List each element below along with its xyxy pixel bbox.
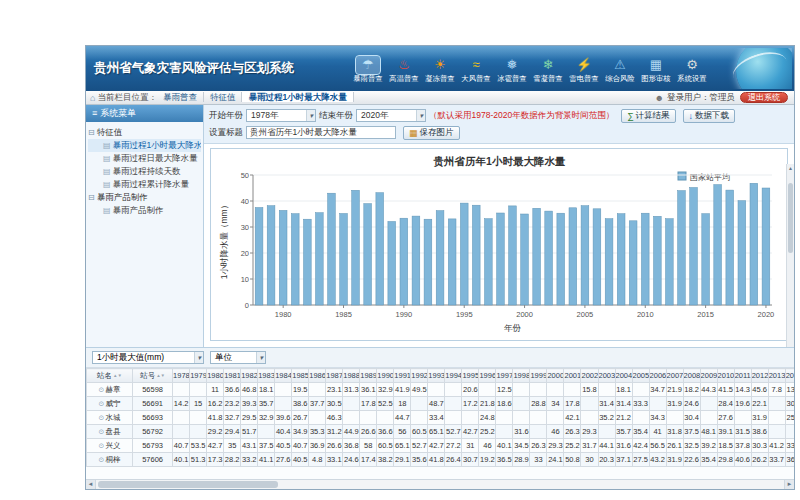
sidebar-item[interactable]: ▤暴雨过程日最大降水量 <box>88 152 201 165</box>
col-header-year[interactable]: 2008▲▼ <box>683 369 700 383</box>
tree-group[interactable]: ⊟暴雨产品制作 <box>88 191 201 204</box>
col-header-year[interactable]: 1997▲▼ <box>496 369 513 383</box>
breadcrumb-tab[interactable]: 特征值 <box>204 92 243 102</box>
col-header-year[interactable]: 1999▲▼ <box>530 369 547 383</box>
nav-freeze[interactable]: ☀凝冻普查 <box>422 54 458 84</box>
nav-risk[interactable]: ⚠综合风险 <box>602 54 638 84</box>
col-header-year[interactable]: 1992▲▼ <box>411 369 428 383</box>
sidebar-item[interactable]: ▤暴雨过程持续天数 <box>88 165 201 178</box>
col-header-year[interactable]: 1987▲▼ <box>326 369 343 383</box>
scroll-right-icon[interactable]: ► <box>784 480 794 489</box>
scroll-up-icon[interactable]: ▲ <box>787 164 794 173</box>
tree-group[interactable]: ⊟特征值 <box>88 126 201 139</box>
col-header-year[interactable]: 2014▲▼ <box>785 369 794 383</box>
col-header-year[interactable]: 1998▲▼ <box>513 369 530 383</box>
end-year-select[interactable]: 2020年 ▾ <box>356 109 426 122</box>
nav-hail[interactable]: ❅冰雹普查 <box>494 54 530 84</box>
nav-wind[interactable]: ≈大风普查 <box>458 54 494 84</box>
col-header-year[interactable]: 2004▲▼ <box>615 369 632 383</box>
nav-lightning[interactable]: ⚡雷电普查 <box>566 54 602 84</box>
col-header-year[interactable]: 2006▲▼ <box>649 369 666 383</box>
col-header-year[interactable]: 1986▲▼ <box>309 369 326 383</box>
nav-icon-label: 雷电普查 <box>567 74 600 83</box>
breadcrumb-tab[interactable]: 暴雨过程1小时最大降水量 <box>242 92 353 102</box>
data-download-button[interactable]: ↓ 数据下载 <box>683 109 736 123</box>
nav-review[interactable]: ▦图形审核 <box>638 54 674 84</box>
col-header-year[interactable]: 2013▲▼ <box>768 369 785 383</box>
col-header-year[interactable]: 2009▲▼ <box>700 369 717 383</box>
sort-arrows-icon[interactable]: ▲▼ <box>156 374 165 378</box>
horizontal-scroll-thumb[interactable] <box>98 481 278 488</box>
folder-expand-icon[interactable]: ⊟ <box>88 128 95 137</box>
sort-arrows-icon[interactable]: ▲▼ <box>113 374 122 378</box>
col-header-year[interactable]: 2000▲▼ <box>547 369 564 383</box>
col-header-year[interactable]: 1980▲▼ <box>207 369 224 383</box>
col-header-year[interactable]: 2012▲▼ <box>751 369 768 383</box>
vertical-scroll-thumb[interactable] <box>788 183 793 253</box>
breadcrumb-tab[interactable]: 暴雨普查 <box>157 92 204 102</box>
row-radio-icon[interactable]: ⊙ <box>99 428 105 435</box>
col-header-year[interactable]: 2001▲▼ <box>564 369 581 383</box>
col-header-year[interactable]: 1996▲▼ <box>479 369 496 383</box>
row-radio-icon[interactable]: ⊙ <box>99 442 105 449</box>
value-cell: 44.3 <box>700 383 717 397</box>
unit-select[interactable]: 单位 ▾ <box>210 351 266 364</box>
row-radio-icon[interactable]: ⊙ <box>99 414 105 421</box>
sidebar-item[interactable]: ▤暴雨过程1小时最大降水量 <box>88 139 201 152</box>
horizontal-scroll-track[interactable] <box>96 480 784 489</box>
nav-snow[interactable]: ❄雪凝普查 <box>530 54 566 84</box>
metric-select[interactable]: 1小时最大值(mm) ▾ <box>92 351 204 364</box>
sidebar-item[interactable]: ▤暴雨过程累计降水量 <box>88 178 201 191</box>
bar <box>653 216 661 305</box>
col-header-year[interactable]: 2002▲▼ <box>581 369 598 383</box>
horizontal-scrollbar[interactable]: ◄ ► <box>86 479 794 489</box>
col-header-year[interactable]: 1988▲▼ <box>343 369 360 383</box>
row-radio-icon[interactable]: ⊙ <box>99 400 105 407</box>
value-cell: 32.7 <box>224 411 241 425</box>
col-header-year[interactable]: 1991▲▼ <box>394 369 411 383</box>
col-header-year[interactable]: 1985▲▼ <box>292 369 309 383</box>
value-cell: 14.2 <box>173 397 190 411</box>
col-header-year[interactable]: 1979▲▼ <box>190 369 207 383</box>
col-header-year[interactable]: 1978▲▼ <box>173 369 190 383</box>
col-header-year[interactable]: 1984▲▼ <box>275 369 292 383</box>
col-header-year[interactable]: 2011▲▼ <box>734 369 751 383</box>
row-radio-icon[interactable]: ⊙ <box>99 386 105 393</box>
logout-button[interactable]: 退出系统 <box>740 92 788 103</box>
svg-text:2010: 2010 <box>636 310 653 319</box>
col-header-year[interactable]: 2010▲▼ <box>717 369 734 383</box>
col-header-year[interactable]: 1993▲▼ <box>428 369 445 383</box>
toolbar-row-2: 设置标题 ▦ 保存图片 <box>209 124 789 141</box>
value-cell <box>411 411 428 425</box>
scroll-left-icon[interactable]: ◄ <box>86 480 96 489</box>
col-header-year[interactable]: 2005▲▼ <box>632 369 649 383</box>
col-header-year[interactable]: 2007▲▼ <box>666 369 683 383</box>
col-header-station-id[interactable]: 站号▲▼ <box>133 369 173 383</box>
col-header-year[interactable]: 1990▲▼ <box>377 369 394 383</box>
value-cell: 29.3 <box>581 425 598 439</box>
col-header-year[interactable]: 1982▲▼ <box>241 369 258 383</box>
col-header-year[interactable]: 1989▲▼ <box>360 369 377 383</box>
nav-rainstorm[interactable]: ☂暴雨普查 <box>350 54 386 84</box>
nav-high-temp[interactable]: ♨高温普查 <box>386 54 422 84</box>
calc-result-button[interactable]: ∑ 计算结果 <box>621 109 675 123</box>
save-image-button[interactable]: ▦ 保存图片 <box>403 126 460 140</box>
bar <box>508 205 516 304</box>
row-radio-icon[interactable]: ⊙ <box>99 456 105 463</box>
value-cell: 29.5 <box>241 411 258 425</box>
svg-text:1995: 1995 <box>455 310 472 319</box>
col-header-year[interactable]: 1983▲▼ <box>258 369 275 383</box>
value-cell: 17.4 <box>360 453 377 467</box>
col-header-year[interactable]: 1994▲▼ <box>445 369 462 383</box>
col-header-year[interactable]: 1995▲▼ <box>462 369 479 383</box>
start-year-select[interactable]: 1978年 ▾ <box>246 109 316 122</box>
chart-title-input[interactable] <box>246 126 396 139</box>
col-header-year[interactable]: 1981▲▼ <box>224 369 241 383</box>
sidebar-item[interactable]: ▤暴雨产品制作 <box>88 204 201 217</box>
nav-settings[interactable]: ⚙系统设置 <box>674 54 710 84</box>
home-icon: ⌂ <box>90 93 95 103</box>
col-header-year[interactable]: 2003▲▼ <box>598 369 615 383</box>
folder-expand-icon[interactable]: ⊟ <box>88 193 95 202</box>
col-header-station-name[interactable]: 站名▲▼ <box>87 369 133 383</box>
vertical-scrollbar[interactable]: ▲ <box>786 164 794 347</box>
